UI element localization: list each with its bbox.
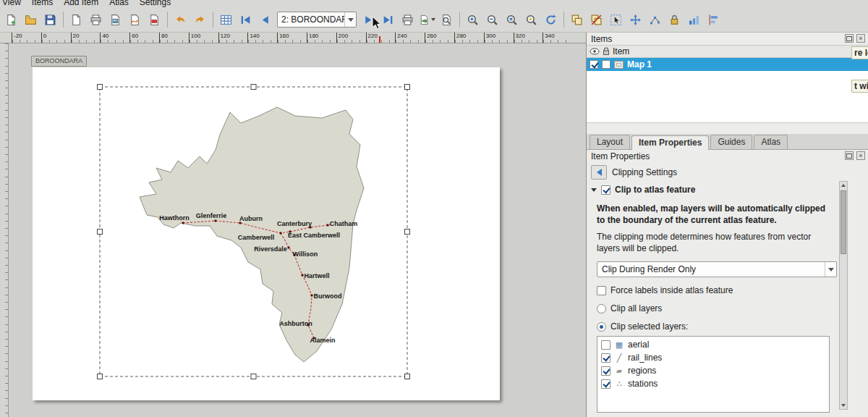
panel-splitter[interactable] — [587, 123, 868, 134]
zoom-in-button[interactable] — [463, 10, 482, 30]
menu-view[interactable]: View — [2, 0, 21, 7]
layer-checkbox[interactable] — [601, 353, 610, 363]
force-labels-checkbox[interactable] — [597, 286, 606, 295]
undo-button[interactable] — [171, 10, 190, 30]
ruler-cursor-marker — [379, 36, 380, 43]
clip-all-label: Clip all layers — [610, 303, 662, 313]
atlas-settings-button[interactable] — [216, 10, 236, 30]
menu-items[interactable]: Items — [32, 0, 53, 7]
preview-atlas-button[interactable] — [437, 10, 456, 30]
collapse-arrow-icon[interactable] — [591, 188, 597, 192]
previous-feature-button[interactable] — [255, 10, 275, 30]
ruler-tick: 0 — [41, 33, 71, 43]
vertical-ruler — [0, 43, 9, 417]
zoom-actual-button[interactable] — [522, 10, 541, 30]
force-labels-row[interactable]: Force labels inside atlas feature — [597, 285, 835, 295]
item-properties-panel: Item Properties × Clipping Settings Clip… — [587, 150, 868, 417]
redo-button[interactable] — [190, 10, 210, 30]
raise-items-button[interactable] — [684, 10, 704, 30]
ruler-tick: 160 — [277, 33, 307, 43]
float-panel-icon[interactable] — [845, 34, 854, 43]
float-panel-icon[interactable] — [845, 151, 854, 160]
station-label: Hartwell — [304, 272, 329, 279]
layer-checkbox[interactable] — [601, 366, 610, 376]
layout-manager-button[interactable] — [21, 10, 41, 30]
station-label: Glenferrie — [196, 212, 227, 219]
zoom-out-button[interactable] — [482, 10, 502, 30]
menu-atlas[interactable]: Atlas — [109, 0, 129, 7]
layout-canvas[interactable]: BOROONDARA — [0, 43, 586, 417]
toolbar-separator — [63, 12, 64, 28]
new-layout-button[interactable] — [1, 10, 21, 30]
layer-row[interactable]: aerial — [597, 338, 829, 351]
clip-all-layers-row[interactable]: Clip all layers — [597, 303, 835, 313]
save-project-button[interactable] — [41, 10, 60, 30]
clip-to-atlas-checkbox[interactable] — [601, 185, 610, 195]
ruler-tick: 340 — [542, 33, 572, 43]
print-atlas-button[interactable] — [398, 10, 417, 30]
lock-items-button[interactable] — [665, 10, 684, 30]
edit-nodes-button[interactable] — [645, 10, 665, 30]
panel-tabbar: Layout Item Properties Guides Atlas — [587, 134, 868, 150]
station-label: Burwood — [314, 292, 342, 300]
menubar: View Items Add Item Atlas Settings — [0, 0, 868, 7]
align-items-button[interactable] — [704, 10, 723, 30]
clipped-text-fragment-top: re le — [851, 46, 868, 59]
lock-icon — [603, 47, 610, 56]
ruler-tick: 260 — [425, 33, 454, 43]
export-svg-button[interactable] — [125, 10, 145, 30]
layer-row[interactable]: stations — [597, 377, 829, 390]
move-item-content-button[interactable] — [626, 10, 645, 30]
layer-label: rail_lines — [628, 353, 662, 363]
clip-to-atlas-section-header[interactable]: Clip to atlas feature — [587, 182, 868, 198]
ungroup-items-button[interactable] — [587, 10, 606, 30]
duplicate-layout-button[interactable] — [67, 10, 86, 30]
scroll-up-icon[interactable] — [840, 182, 847, 189]
zoom-full-button[interactable] — [502, 10, 522, 30]
ruler-tick: 100 — [189, 33, 218, 43]
tab-item-properties[interactable]: Item Properties — [631, 135, 709, 150]
station-label: Willison — [293, 250, 318, 258]
scroll-down-icon[interactable] — [840, 402, 847, 409]
close-panel-icon[interactable]: × — [856, 151, 865, 160]
force-labels-label: Force labels inside atlas feature — [610, 285, 733, 295]
ruler-tick: 20 — [71, 33, 101, 43]
ruler-tick: 200 — [336, 33, 366, 43]
refresh-view-button[interactable] — [541, 10, 561, 30]
item-lock-checkbox[interactable] — [602, 60, 610, 69]
layer-checkbox[interactable] — [601, 379, 610, 389]
items-panel-title-bar: Items × — [587, 33, 868, 45]
select-move-items-button[interactable] — [606, 10, 626, 30]
properties-scrollbar[interactable] — [839, 181, 848, 410]
atlas-feature-combo[interactable]: 2: BOROONDARA — [277, 12, 357, 28]
chevron-down-icon[interactable] — [825, 262, 836, 277]
tab-atlas[interactable]: Atlas — [754, 135, 788, 149]
print-layout-button[interactable] — [86, 10, 106, 30]
clipping-mode-combo[interactable]: Clip During Render Only — [597, 261, 837, 277]
layer-checkbox[interactable] — [601, 340, 610, 350]
layer-row[interactable]: rail_lines — [597, 351, 829, 364]
clip-selected-layers-row[interactable]: Clip selected layers: — [597, 321, 835, 332]
visibility-eye-icon — [590, 48, 600, 55]
clip-selected-radio[interactable] — [597, 322, 606, 332]
back-button[interactable] — [591, 165, 607, 180]
group-items-button[interactable] — [567, 10, 587, 30]
breadcrumb: Clipping Settings — [612, 167, 677, 177]
item-row-map1[interactable]: Map 1 — [587, 58, 868, 71]
export-image-button[interactable] — [106, 10, 125, 30]
scrollbar-thumb[interactable] — [841, 190, 846, 254]
menu-settings[interactable]: Settings — [140, 0, 171, 7]
tab-guides[interactable]: Guides — [710, 135, 752, 149]
tab-layout[interactable]: Layout — [590, 135, 630, 149]
export-atlas-button[interactable] — [417, 10, 437, 30]
chevron-down-icon[interactable] — [344, 12, 356, 27]
close-panel-icon[interactable]: × — [856, 34, 865, 43]
item-visibility-checkbox[interactable] — [590, 60, 598, 69]
clip-all-radio[interactable] — [597, 304, 606, 313]
ruler-tick: 60 — [129, 33, 159, 43]
layer-row[interactable]: regions — [597, 364, 829, 377]
menu-add-item[interactable]: Add Item — [64, 0, 98, 7]
export-pdf-button[interactable] — [145, 10, 164, 30]
first-feature-button[interactable] — [236, 10, 255, 30]
toolbar-separator — [563, 12, 564, 28]
